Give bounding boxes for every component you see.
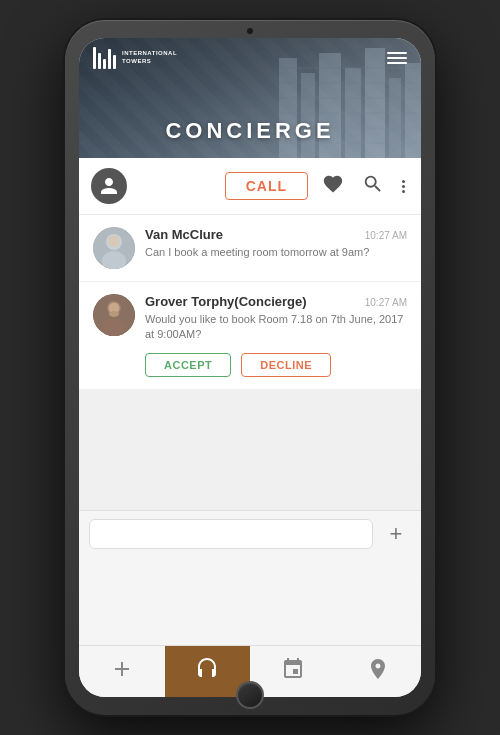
message-input[interactable] <box>89 519 373 549</box>
tablet-screen: INTERNATIONAL TOWERS CONCIERGE <box>79 38 421 697</box>
call-button[interactable]: CALL <box>225 172 308 200</box>
logo-line1: INTERNATIONAL <box>122 50 177 58</box>
sender-name: Van McClure <box>145 227 223 242</box>
message-time: 10:27 AM <box>365 230 407 241</box>
svg-point-16 <box>108 235 120 247</box>
empty-chat-area <box>79 390 421 510</box>
message-text: Can I book a meeting room tomorrow at 9a… <box>145 245 407 260</box>
tab-add[interactable] <box>79 646 165 697</box>
svg-point-21 <box>109 311 119 317</box>
sender-name: Grover Torphy(Concierge) <box>145 294 307 309</box>
message-text: Would you like to book Room 7.18 on 7th … <box>145 312 407 343</box>
tablet-device: INTERNATIONAL TOWERS CONCIERGE <box>65 20 435 715</box>
concierge-tab-icon <box>195 657 219 686</box>
tab-location[interactable] <box>336 646 422 697</box>
chat-message: Grover Torphy(Concierge) 10:27 AM Would … <box>79 282 421 390</box>
home-button[interactable] <box>236 681 264 709</box>
user-icon-button[interactable] <box>91 168 127 204</box>
camera <box>247 28 253 34</box>
decline-button[interactable]: DECLINE <box>241 353 331 377</box>
search-button[interactable] <box>358 169 388 204</box>
more-options-button[interactable] <box>398 176 409 197</box>
avatar <box>93 227 135 269</box>
svg-rect-1 <box>301 73 315 158</box>
chat-message: Van McClure 10:27 AM Can I book a meetin… <box>79 215 421 282</box>
page-title: CONCIERGE <box>165 118 334 144</box>
calendar-tab-icon <box>281 657 305 686</box>
hero-header: INTERNATIONAL TOWERS CONCIERGE <box>79 38 421 158</box>
favorites-button[interactable] <box>318 169 348 204</box>
message-time: 10:27 AM <box>365 297 407 308</box>
menu-button[interactable] <box>387 52 407 64</box>
chat-area: Van McClure 10:27 AM Can I book a meetin… <box>79 215 421 645</box>
action-bar: CALL <box>79 158 421 215</box>
message-actions: ACCEPT DECLINE <box>145 353 407 377</box>
message-content: Van McClure 10:27 AM Can I book a meetin… <box>145 227 407 260</box>
add-tab-icon <box>110 657 134 686</box>
add-attachment-button[interactable]: + <box>381 519 411 549</box>
logo-line2: TOWERS <box>122 58 177 66</box>
message-content: Grover Torphy(Concierge) 10:27 AM Would … <box>145 294 407 377</box>
avatar <box>93 294 135 336</box>
location-tab-icon <box>366 657 390 686</box>
svg-rect-5 <box>389 78 401 158</box>
logo: INTERNATIONAL TOWERS <box>93 47 177 69</box>
input-area: + <box>79 510 421 557</box>
accept-button[interactable]: ACCEPT <box>145 353 231 377</box>
